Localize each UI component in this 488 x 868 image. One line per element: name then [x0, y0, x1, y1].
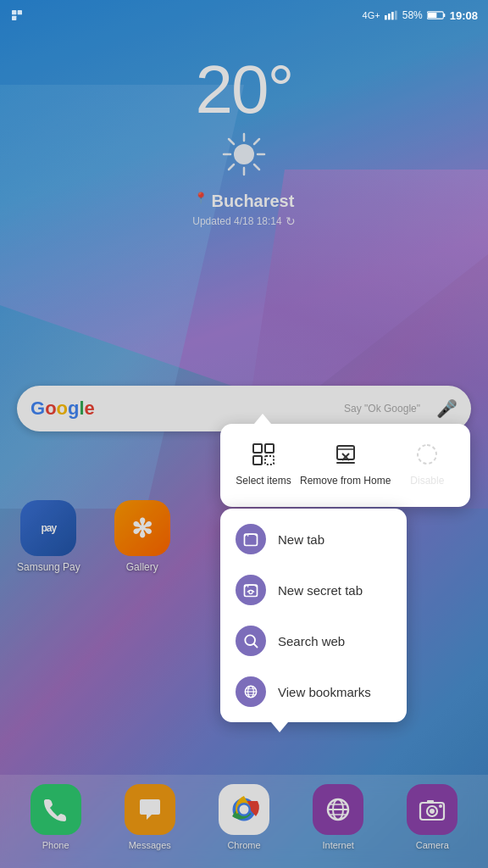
remove-home-label: Remove from Home: [300, 475, 391, 488]
battery-icon: [427, 10, 446, 20]
view-bookmarks-label: View bookmarks: [278, 685, 371, 699]
svg-line-35: [254, 644, 258, 648]
new-secret-tab-icon: [236, 575, 266, 605]
status-left: [10, 8, 24, 22]
disable-icon: [412, 439, 442, 470]
new-tab-label: New tab: [278, 532, 324, 547]
ctx-new-secret-tab[interactable]: New secret tab: [220, 565, 407, 615]
ctx-new-tab[interactable]: New tab: [220, 514, 407, 565]
svg-rect-22: [265, 456, 274, 465]
svg-rect-6: [395, 11, 397, 20]
svg-rect-3: [385, 15, 387, 19]
ctx-arrow-bottom: [271, 722, 288, 732]
ctx-select-items[interactable]: Select items: [234, 439, 293, 488]
svg-rect-9: [428, 13, 436, 18]
ctx-view-bookmarks[interactable]: View bookmarks: [220, 666, 407, 717]
select-items-label: Select items: [236, 475, 291, 488]
svg-rect-29: [245, 534, 258, 545]
svg-rect-20: [265, 444, 274, 453]
context-menu-top: Select items Remove from Home Disable: [220, 424, 470, 507]
svg-rect-8: [443, 14, 445, 17]
bookmarks-icon: [236, 676, 266, 707]
status-bar: 4G+ 58% 19:08: [0, 0, 488, 31]
svg-rect-0: [12, 10, 16, 14]
svg-rect-21: [253, 456, 262, 465]
remove-home-icon: [330, 439, 361, 470]
ctx-search-web[interactable]: Search web: [220, 615, 407, 666]
new-tab-icon: [236, 524, 266, 554]
disable-label: Disable: [410, 475, 444, 488]
svg-rect-1: [18, 10, 22, 14]
svg-rect-5: [391, 12, 394, 19]
screenshot-icon: [10, 8, 24, 22]
svg-rect-19: [253, 444, 262, 453]
status-right: 4G+ 58% 19:08: [363, 9, 478, 22]
battery-percent: 58%: [402, 9, 423, 21]
ctx-disable[interactable]: Disable: [397, 439, 457, 488]
network-type: 4G+: [363, 10, 380, 20]
ctx-top-items: Select items Remove from Home Disable: [220, 432, 470, 498]
time: 19:08: [450, 9, 478, 22]
ctx-arrow-top: [254, 414, 271, 424]
select-items-icon: [248, 439, 279, 470]
search-web-label: Search web: [278, 634, 345, 648]
ctx-remove-home[interactable]: Remove from Home: [300, 439, 391, 488]
svg-rect-4: [388, 14, 391, 19]
context-menu-bottom: New tab New secret tab Search web: [220, 509, 407, 722]
signal-icon: [385, 10, 398, 20]
svg-rect-2: [12, 16, 16, 20]
new-secret-tab-label: New secret tab: [278, 583, 363, 598]
search-web-icon: [236, 626, 266, 656]
svg-rect-28: [418, 445, 436, 464]
